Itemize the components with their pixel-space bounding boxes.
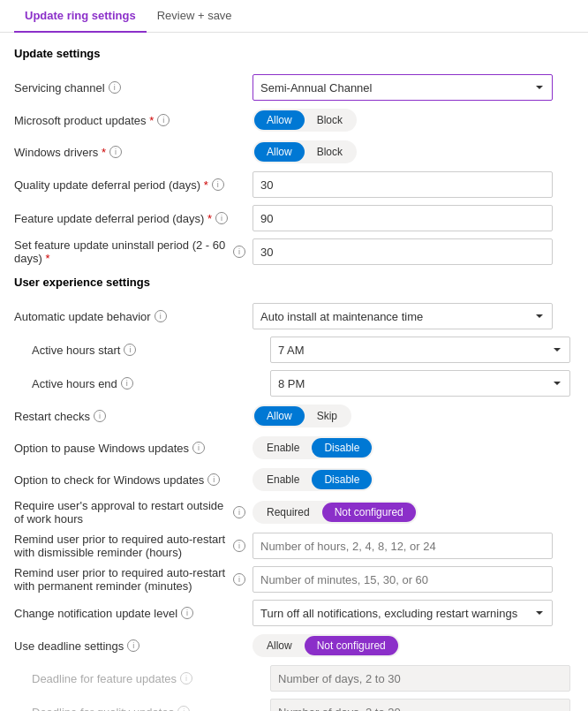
- use-deadline-notconfigured-btn[interactable]: Not configured: [305, 636, 398, 655]
- use-deadline-control: Allow Not configured: [253, 634, 574, 657]
- tab-bar: Update ring settings Review + save: [0, 0, 588, 33]
- check-windows-updates-toggle: Enable Disable: [253, 468, 373, 491]
- auto-update-behavior-label: Automatic update behavior i: [14, 310, 253, 323]
- auto-update-behavior-row: Automatic update behavior i Auto install…: [14, 299, 574, 333]
- update-settings-title: Update settings: [14, 47, 574, 60]
- use-deadline-info-icon[interactable]: i: [127, 639, 139, 652]
- check-updates-enable-btn[interactable]: Enable: [254, 470, 312, 489]
- tab-update-ring-settings[interactable]: Update ring settings: [14, 0, 147, 33]
- windows-drivers-info-icon[interactable]: i: [109, 146, 122, 158]
- deadline-feature-row: Deadline for feature updates i: [14, 662, 574, 695]
- active-hours-end-select[interactable]: 8 PM 9 PM 10 PM: [270, 370, 570, 397]
- auto-update-behavior-control: Auto install at maintenance time Auto in…: [253, 303, 574, 329]
- deadline-feature-label: Deadline for feature updates i: [32, 672, 270, 685]
- restart-checks-control: Allow Skip: [253, 405, 574, 427]
- restart-checks-info-icon[interactable]: i: [94, 410, 106, 422]
- check-updates-disable-btn[interactable]: Disable: [312, 470, 372, 489]
- active-hours-start-info-icon[interactable]: i: [124, 344, 136, 356]
- remind-permanent-info-icon[interactable]: i: [233, 573, 245, 586]
- use-deadline-row: Use deadline settings i Allow Not config…: [14, 630, 574, 662]
- deadline-quality-info-icon: i: [177, 706, 190, 711]
- pause-updates-disable-btn[interactable]: Disable: [312, 438, 372, 458]
- servicing-channel-label: Servicing channel i: [14, 81, 253, 95]
- pause-windows-updates-label: Option to pause Windows updates i: [14, 442, 253, 455]
- feature-deferral-label: Feature update deferral period (days) * …: [14, 212, 253, 225]
- restart-checks-toggle: Allow Skip: [253, 405, 351, 427]
- tab-review-save[interactable]: Review + save: [147, 0, 243, 33]
- windows-drivers-label: Windows drivers * i: [14, 146, 253, 159]
- check-windows-updates-label: Option to check for Windows updates i: [14, 473, 253, 487]
- check-windows-updates-row: Option to check for Windows updates i En…: [14, 464, 574, 495]
- remind-dismissible-label: Remind user prior to required auto-resta…: [14, 533, 253, 559]
- remind-dismissible-row: Remind user prior to required auto-resta…: [14, 529, 574, 563]
- pause-updates-enable-btn[interactable]: Enable: [254, 438, 312, 458]
- ms-product-updates-block-btn[interactable]: Block: [305, 110, 355, 130]
- quality-deferral-control: [253, 171, 574, 198]
- restart-checks-skip-btn[interactable]: Skip: [305, 406, 350, 426]
- restart-checks-label: Restart checks i: [14, 410, 253, 423]
- require-approval-required-btn[interactable]: Required: [254, 503, 322, 522]
- feature-deferral-info-icon[interactable]: i: [215, 212, 228, 224]
- quality-deferral-info-icon[interactable]: i: [212, 178, 224, 191]
- quality-deferral-input[interactable]: [253, 171, 553, 198]
- ms-product-updates-control: Allow Block: [253, 109, 574, 132]
- remind-permanent-row: Remind user prior to required auto-resta…: [14, 563, 574, 596]
- check-windows-updates-info-icon[interactable]: i: [207, 473, 220, 486]
- use-deadline-label: Use deadline settings i: [14, 639, 253, 653]
- remind-dismissible-info-icon[interactable]: i: [233, 540, 245, 552]
- require-approval-row: Require user's approval to restart outsi…: [14, 495, 574, 529]
- require-approval-info-icon[interactable]: i: [233, 506, 245, 518]
- windows-drivers-allow-btn[interactable]: Allow: [254, 142, 305, 162]
- deadline-quality-input: [270, 699, 570, 711]
- servicing-channel-info-icon[interactable]: i: [109, 81, 121, 94]
- windows-drivers-block-btn[interactable]: Block: [305, 142, 355, 162]
- ms-product-updates-row: Microsoft product updates * i Allow Bloc…: [14, 104, 574, 136]
- feature-deferral-row: Feature update deferral period (days) * …: [14, 201, 574, 235]
- windows-drivers-row: Windows drivers * i Allow Block: [14, 136, 574, 168]
- uninstall-period-label: Set feature update uninstall period (2 -…: [14, 238, 253, 265]
- feature-deferral-control: [253, 205, 574, 231]
- restart-checks-allow-btn[interactable]: Allow: [254, 406, 305, 426]
- active-hours-end-info-icon[interactable]: i: [121, 377, 133, 390]
- check-windows-updates-control: Enable Disable: [253, 468, 574, 491]
- remind-permanent-control: [253, 566, 574, 593]
- servicing-channel-row: Servicing channel i Semi-Annual Channel …: [14, 71, 574, 104]
- pause-windows-updates-info-icon[interactable]: i: [192, 442, 205, 454]
- use-deadline-allow-btn[interactable]: Allow: [254, 636, 305, 655]
- ms-product-updates-allow-btn[interactable]: Allow: [254, 110, 305, 130]
- require-approval-notconfigured-btn[interactable]: Not configured: [322, 503, 416, 522]
- notification-level-row: Change notification update level i Turn …: [14, 596, 574, 630]
- ms-product-updates-info-icon[interactable]: i: [157, 114, 170, 126]
- auto-update-behavior-info-icon[interactable]: i: [155, 310, 167, 322]
- main-content: Update settings Servicing channel i Semi…: [0, 47, 588, 711]
- active-hours-end-label: Active hours end i: [32, 377, 270, 390]
- pause-windows-updates-control: Enable Disable: [253, 436, 574, 459]
- ms-product-updates-label: Microsoft product updates * i: [14, 114, 253, 127]
- user-experience-title: User experience settings: [14, 276, 574, 289]
- feature-deferral-input[interactable]: [253, 205, 553, 231]
- quality-deferral-row: Quality update deferral period (days) * …: [14, 168, 574, 201]
- notification-level-control: Turn off all notifications, excluding re…: [253, 600, 574, 626]
- notification-level-info-icon[interactable]: i: [181, 607, 193, 619]
- auto-update-behavior-select[interactable]: Auto install at maintenance time Auto in…: [253, 303, 553, 329]
- uninstall-period-info-icon[interactable]: i: [233, 246, 245, 258]
- notification-level-label: Change notification update level i: [14, 607, 253, 620]
- windows-drivers-toggle: Allow Block: [253, 140, 357, 163]
- active-hours-start-select[interactable]: 7 AM 8 AM 9 AM: [270, 337, 570, 363]
- deadline-quality-control: [270, 699, 574, 711]
- notification-level-select[interactable]: Turn off all notifications, excluding re…: [253, 600, 553, 626]
- active-hours-start-label: Active hours start i: [32, 344, 270, 357]
- remind-permanent-input[interactable]: [253, 566, 553, 593]
- active-hours-end-row: Active hours end i 8 PM 9 PM 10 PM: [14, 367, 574, 400]
- deadline-feature-input: [270, 665, 570, 692]
- deadline-quality-row: Deadline for quality updates i: [14, 695, 574, 711]
- remind-permanent-label: Remind user prior to required auto-resta…: [14, 566, 253, 593]
- require-approval-toggle: Required Not configured: [253, 501, 418, 524]
- servicing-channel-select[interactable]: Semi-Annual Channel Semi-Annual Channel …: [253, 74, 553, 101]
- uninstall-period-row: Set feature update uninstall period (2 -…: [14, 235, 574, 269]
- deadline-feature-control: [270, 665, 574, 692]
- uninstall-period-input[interactable]: [253, 238, 553, 265]
- active-hours-start-row: Active hours start i 7 AM 8 AM 9 AM: [14, 333, 574, 367]
- remind-dismissible-input[interactable]: [253, 533, 553, 559]
- uninstall-period-control: [253, 238, 574, 265]
